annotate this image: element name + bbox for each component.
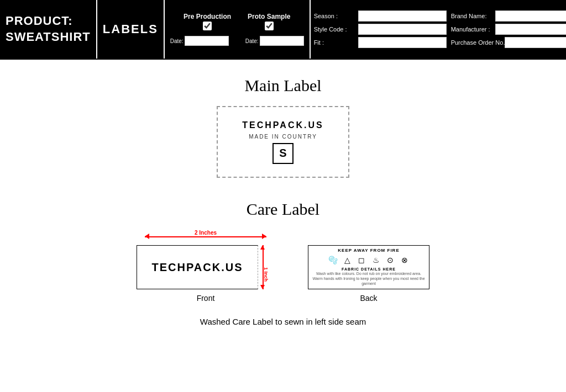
proto-sample-date-field: Date: — [245, 36, 304, 46]
care-back-icons: 🫧 △ ◻ ♨ ⊙ ⊗ — [327, 254, 411, 266]
product-title: PRODUCT: SWEATSHIRT — [6, 13, 91, 45]
pre-production-date-field: Date: — [170, 36, 229, 46]
left-fields: Season : Style Code : Fit : — [314, 10, 447, 48]
brand-name-field: Brand Name: — [451, 10, 566, 22]
season-field: Season : — [314, 10, 447, 22]
h-dimension-label: 2 Inches — [195, 230, 217, 236]
header: PRODUCT: SWEATSHIRT LABELS Pre Productio… — [0, 0, 566, 60]
date-label-1: Date: — [170, 38, 184, 44]
front-caption: Front — [197, 294, 215, 303]
season-label: Season : — [314, 13, 358, 19]
manufacturer-input[interactable] — [495, 24, 566, 35]
wash-icon: 🫧 — [327, 254, 339, 266]
pre-production-checkbox[interactable] — [203, 22, 212, 30]
pre-production-col: Pre Production — [184, 13, 231, 34]
style-code-input[interactable] — [358, 24, 447, 35]
proto-sample-date-input[interactable] — [260, 36, 304, 46]
care-label-front-wrapper: 2 Inches TECHPACK.US 1 Inch Front — [137, 230, 275, 303]
fit-input[interactable] — [358, 37, 447, 48]
po-field: Purchase Order No. — [451, 37, 566, 48]
dryclean-icon: ⊗ — [399, 254, 411, 266]
fit-field: Fit : — [314, 37, 447, 48]
pre-production-date-input[interactable] — [185, 36, 229, 46]
proto-sample-label: Proto Sample — [248, 13, 290, 20]
care-labels-row: 2 Inches TECHPACK.US 1 Inch Front — [137, 230, 429, 303]
care-label-title: Care Label — [247, 200, 319, 219]
product-section: PRODUCT: SWEATSHIRT — [0, 0, 97, 59]
proto-sample-col: Proto Sample — [248, 13, 290, 34]
po-input[interactable] — [505, 37, 566, 48]
style-code-field: Style Code : — [314, 24, 447, 35]
dry-icon: ◻ — [355, 254, 368, 266]
main-label-box: TECHPACK.US MADE IN COUNTRY S — [217, 106, 349, 178]
bottom-note: Washed Care Label to sewn in left side s… — [200, 317, 366, 326]
style-code-label: Style Code : — [314, 26, 358, 33]
care-back-fire-text: KEEP AWAY FROM FIRE — [338, 248, 399, 253]
care-label-section: Care Label 2 Inches TECHPACK.US — [22, 194, 544, 326]
care-front-box: TECHPACK.US — [137, 245, 258, 289]
v-dimension-label: 1 Inch — [263, 267, 269, 282]
labels-title-section: LABELS — [97, 0, 165, 59]
manufacturer-field: Manufacturer : — [451, 24, 566, 35]
front-box-with-arrow: TECHPACK.US 1 Inch — [137, 245, 275, 289]
brand-name-input[interactable] — [495, 10, 566, 22]
main-label-title: Main Label — [244, 76, 321, 95]
main-label-country: MADE IN COUNTRY — [249, 134, 317, 140]
care-back-box: KEEP AWAY FROM FIRE 🫧 △ ◻ ♨ ⊙ ⊗ FABRIC D… — [308, 245, 429, 289]
season-input[interactable] — [358, 10, 447, 22]
bleach-icon: △ — [341, 254, 353, 266]
care-back-fabric-details: Wash with like colours. Do not rub on yo… — [312, 271, 426, 286]
manufacturer-label: Manufacturer : — [451, 26, 495, 33]
care-front-brand: TECHPACK.US — [152, 261, 243, 274]
proto-sample-checkbox[interactable] — [265, 22, 274, 30]
po-label: Purchase Order No. — [451, 39, 505, 46]
main-label-brand: TECHPACK.US — [242, 120, 323, 130]
main-content: Main Label TECHPACK.US MADE IN COUNTRY S… — [0, 60, 566, 337]
iron-icon: ♨ — [370, 254, 382, 266]
care-back-fabric-title: FABRIC DETAILS HERE — [342, 267, 396, 271]
pre-production-label: Pre Production — [184, 13, 231, 20]
header-fields: Season : Style Code : Fit : Brand Name: — [311, 0, 566, 59]
production-section: Pre Production Proto Sample Date: Date: — [165, 0, 311, 59]
main-label-size: S — [272, 143, 294, 164]
date-label-2: Date: — [245, 38, 259, 44]
main-label-section: Main Label TECHPACK.US MADE IN COUNTRY S — [217, 71, 349, 194]
tumble-icon: ⊙ — [384, 254, 396, 266]
brand-name-label: Brand Name: — [451, 13, 495, 19]
v-arrow-container: 1 Inch — [258, 245, 275, 289]
care-label-back-wrapper: KEEP AWAY FROM FIRE 🫧 △ ◻ ♨ ⊙ ⊗ FABRIC D… — [308, 230, 429, 303]
right-fields: Brand Name: Manufacturer : Purchase Orde… — [451, 10, 566, 48]
fit-label: Fit : — [314, 39, 358, 46]
labels-title: LABELS — [103, 22, 158, 36]
back-caption: Back — [360, 294, 377, 303]
